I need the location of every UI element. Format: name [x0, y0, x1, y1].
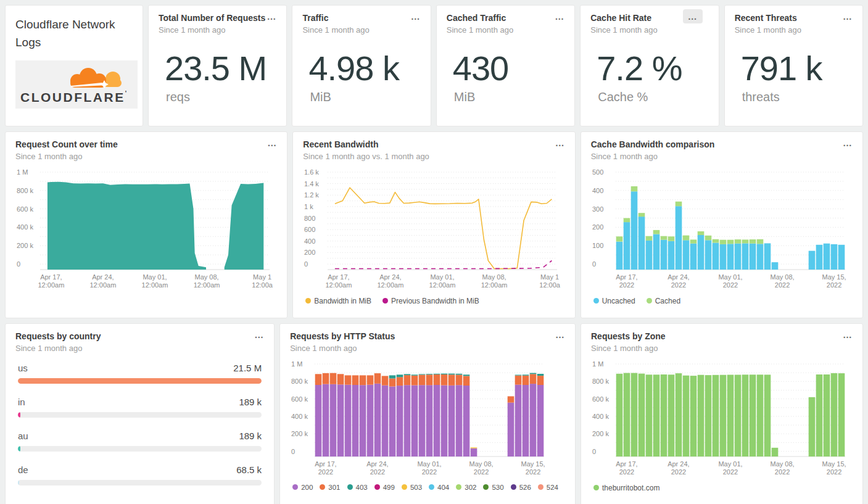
stat-value: 23.5 M: [165, 51, 276, 87]
svg-text:800: 800: [304, 214, 315, 221]
svg-text:12:00am: 12:00am: [194, 281, 220, 289]
panel-subtitle: Since 1 month ago: [159, 25, 276, 35]
country-row: us21.5 M: [18, 363, 262, 384]
panel-menu-button[interactable]: …: [552, 9, 567, 23]
svg-text:12:00am: 12:00am: [429, 281, 456, 289]
recent-bandwidth-line-chart[interactable]: 1.6 k1.4 k1.2 k1 k8006004002000Apr 17,12…: [303, 167, 564, 293]
svg-text:12:00a: 12:00a: [252, 281, 273, 289]
panel-menu-button[interactable]: …: [252, 328, 267, 342]
svg-text:800 k: 800 k: [291, 378, 308, 385]
legend-item[interactable]: 404: [429, 484, 449, 491]
legend-color-dot: [647, 298, 652, 304]
stat-unit: MiB: [310, 90, 420, 104]
panel-menu-button[interactable]: …: [840, 136, 855, 150]
svg-text:May 08,: May 08,: [469, 460, 494, 468]
panel-title: Request Count over time: [15, 139, 277, 151]
legend-item[interactable]: 499: [374, 484, 395, 491]
stat-unit: Cache %: [598, 90, 708, 104]
panel-subtitle: Since 1 month ago: [590, 25, 708, 35]
svg-text:0: 0: [304, 260, 308, 268]
panel-subtitle: Since 1 month ago: [591, 152, 853, 161]
legend: Bandwidth in MiBPrevious Bandwidth in Mi…: [303, 297, 564, 305]
country-bar-fill: [18, 412, 20, 418]
legend-label: 200: [301, 484, 313, 491]
country-bar-fill: [18, 378, 262, 384]
legend-item[interactable]: theburritobot.com: [593, 484, 659, 492]
svg-text:100: 100: [592, 242, 603, 249]
legend-label: 301: [328, 484, 340, 491]
country-row-header: us21.5 M: [18, 363, 262, 373]
panel-menu-button[interactable]: …: [683, 9, 703, 23]
legend-item[interactable]: Cached: [647, 297, 680, 305]
svg-text:2022: 2022: [723, 468, 738, 476]
legend-color-dot: [538, 484, 544, 490]
panel-menu-button[interactable]: …: [840, 9, 855, 23]
dashboard-title: Cloudflare Network Logs: [15, 15, 133, 52]
legend-label: Cached: [655, 297, 680, 305]
svg-text:400 k: 400 k: [592, 412, 609, 419]
legend-label: 404: [437, 484, 449, 491]
panel-subtitle: Since 1 month ago: [15, 344, 264, 353]
chart-row-1: Request Count over time Since 1 month ag…: [5, 131, 863, 318]
legend-color-dot: [456, 484, 461, 490]
http-status-bar-chart[interactable]: 1 M800 k600 k400 k200 k0Apr 17,2022Apr 2…: [290, 359, 565, 480]
panel-title: Total Number of Requests: [159, 13, 276, 24]
request-count-area-chart[interactable]: 1 M800 k600 k400 k200 k0Apr 17,12:00amAp…: [15, 167, 277, 293]
legend-item[interactable]: 200: [292, 484, 313, 491]
legend-item[interactable]: 403: [347, 484, 368, 491]
country-row: de68.5 k: [18, 465, 262, 485]
legend-label: 499: [383, 484, 395, 491]
panel-menu-button[interactable]: …: [408, 9, 423, 23]
legend-color-dot: [593, 298, 599, 304]
panel-menu-button[interactable]: …: [265, 136, 279, 150]
legend-label: 503: [410, 484, 422, 491]
stat-value: 430: [453, 51, 564, 87]
legend-item[interactable]: 524: [538, 484, 558, 491]
svg-text:200: 200: [304, 249, 315, 256]
cache-bandwidth-bar-chart[interactable]: 5004003002001000Apr 17,2022Apr 24,2022Ma…: [591, 167, 853, 293]
legend-color-dot: [305, 298, 311, 304]
svg-text:May 08,: May 08,: [770, 273, 794, 281]
svg-text:May 1: May 1: [253, 273, 271, 281]
svg-text:May 1: May 1: [540, 273, 559, 281]
legend-label: 526: [519, 484, 531, 491]
country-bar-fill: [18, 446, 20, 452]
stat-unit: reqs: [166, 90, 276, 104]
legend-color-dot: [593, 485, 599, 490]
svg-text:1.4 k: 1.4 k: [304, 180, 319, 187]
legend-item[interactable]: 530: [483, 484, 503, 491]
svg-text:Apr 24,: Apr 24,: [92, 273, 114, 281]
country-bar-track: [18, 378, 262, 384]
stat-unit: MiB: [454, 90, 564, 104]
legend-item[interactable]: 503: [402, 484, 422, 491]
panel-menu-button[interactable]: …: [553, 136, 568, 150]
legend-item[interactable]: 301: [320, 484, 340, 491]
svg-text:400: 400: [592, 186, 603, 194]
panel-menu-button[interactable]: …: [553, 328, 568, 342]
legend-item[interactable]: 302: [456, 484, 476, 491]
zone-bar-chart[interactable]: 1 M800 k600 k400 k200 k0Apr 17,2022Apr 2…: [591, 359, 853, 480]
cache-bandwidth-panel: Cache Bandwidth comparison Since 1 month…: [581, 131, 863, 318]
svg-text:300: 300: [592, 205, 603, 212]
legend-item[interactable]: Bandwidth in MiB: [305, 297, 371, 305]
recent-bandwidth-panel: Recent Bandwidth Since 1 month ago vs. 1…: [292, 131, 575, 318]
svg-text:200 k: 200 k: [17, 242, 33, 249]
svg-text:2022: 2022: [526, 468, 540, 476]
svg-text:1 M: 1 M: [291, 360, 302, 368]
legend-item[interactable]: 526: [511, 484, 531, 491]
legend-color-dot: [347, 484, 353, 490]
legend-item[interactable]: Previous Bandwidth in MiB: [382, 297, 479, 305]
svg-text:Apr 24,: Apr 24,: [668, 460, 689, 468]
panel-menu-button[interactable]: …: [264, 9, 279, 23]
legend-label: 403: [356, 484, 368, 491]
legend-item[interactable]: Uncached: [593, 297, 635, 305]
panel-menu-button[interactable]: …: [840, 328, 855, 342]
country-row-header: au189 k: [18, 431, 262, 441]
stat-value: 7.2 %: [597, 51, 708, 87]
stat-card-recent-threats: Recent Threats Since 1 month ago … 791 k…: [724, 5, 863, 126]
svg-text:2022: 2022: [722, 281, 737, 289]
svg-text:May 01,: May 01,: [718, 460, 742, 468]
svg-text:May 08,: May 08,: [195, 273, 219, 281]
requests-by-country-panel: Requests by country Since 1 month ago … …: [5, 323, 275, 504]
panel-subtitle: Since 1 month ago: [15, 152, 277, 161]
